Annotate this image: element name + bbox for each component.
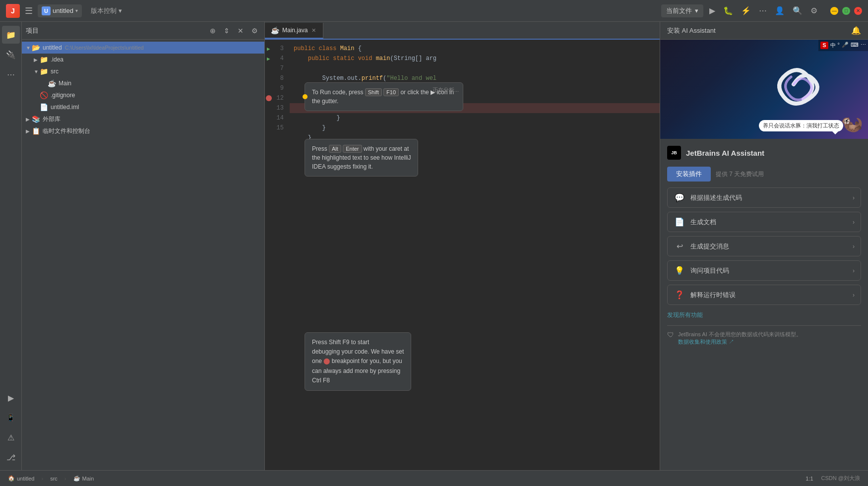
alt-key: Alt [329,145,341,153]
code-line-3: public class Main { [290,44,660,54]
ask-project-icon: 💡 [674,266,685,275]
current-file-run[interactable]: 当前文件 ▾ [661,4,703,17]
close-button[interactable]: ✕ [854,7,862,15]
chevron-right-icon: › [853,292,855,299]
discover-all-link[interactable]: 发现所有功能 [667,311,861,319]
sidebar-item-git[interactable]: ⎇ [2,448,20,466]
project-name-label: untitled [53,7,73,14]
sidebar-item-plugins[interactable]: 🔌 [2,46,20,63]
line-4: ▶ 4 [265,54,290,63]
expand-arrow: ▶ [26,117,32,122]
chevron-right-icon: › [853,219,855,226]
explain-error-icon: ❓ [674,290,685,300]
tree-item-name: untitled [43,44,62,51]
line-12: 12 [265,93,290,103]
tree-item-iml[interactable]: 📄 untitled.iml [22,101,264,113]
generate-commit-feature[interactable]: ↩ 生成提交消息 › [667,236,861,256]
debug-button[interactable]: 🐛 [721,4,735,17]
ai-assistant-panel: 安装 AI Assistant 🔔 养只会说话水豚：演我打工状态 [660,22,868,470]
search-button[interactable]: 🔍 [791,4,805,17]
code-line-4: public static void main(String[] arg [290,54,660,63]
project-icon-status: 🏠 [8,475,15,482]
generate-docs-feature[interactable]: 📄 生成文档 › [667,212,861,232]
ai-panel-title: 安装 AI Assistant [667,26,847,35]
hamburger-menu[interactable]: ☰ [25,5,33,16]
code-line-13: } [290,113,660,123]
window-controls: — □ ✕ [830,7,862,15]
project-name-dropdown[interactable]: U untitled ▾ [38,4,82,17]
chevron-right-icon: › [853,194,855,201]
status-project[interactable]: 🏠 untitled [6,474,36,483]
run-button[interactable]: ▶ [707,4,717,17]
line-numbers: ▶ 3 ▶ 4 7 8 9 12 13 14 1 [265,40,290,470]
status-main[interactable]: ☕ Main [71,474,96,483]
explain-error-feature[interactable]: ❓ 解释运行时错误 › [667,285,861,305]
project-tree: ▼ 📂 untitled C:\Users\lxl\IdeaProjects\u… [22,40,264,470]
expand-arrow: ▶ [26,128,32,134]
expand-arrow: ▼ [26,45,32,51]
run-gutter-icon[interactable]: ▶ [267,56,270,62]
line-8: 8 [265,73,290,83]
sidebar-item-project[interactable]: 📁 [2,26,20,44]
yellow-dot-indicator [303,94,308,99]
ai-product-name: JetBrains AI Assistant [686,149,764,157]
code-editor[interactable]: ▶ 3 ▶ 4 7 8 9 12 13 14 1 [265,40,660,470]
tree-item-main[interactable]: ☕ Main [22,77,264,89]
project-panel: 项目 ⊕ ⇕ ✕ ⚙ ▼ 📂 untitled C:\Users\lxl\Ide… [22,22,265,470]
analyzing-label: 正在分析... [433,86,459,94]
ai-banner: 养只会说话水豚：演我打工状态 🦦 S 中 ° 🎤 ⌨ ⋯ [660,40,868,139]
settings-button[interactable]: ⚙ [808,4,819,17]
line-9: 9 [265,83,290,93]
tab-main-java[interactable]: ☕ Main.java ✕ [265,23,323,39]
locate-file-button[interactable]: ⊕ [207,25,219,37]
version-control-dropdown[interactable]: 版本控制 ▾ [87,4,126,17]
run-gutter-icon[interactable]: ▶ [267,46,270,52]
sidebar-item-more[interactable]: ⋯ [2,65,20,83]
expand-arrow: ▶ [34,57,40,62]
ask-project-label: 询问项目代码 [690,266,848,275]
tree-item-idea[interactable]: ▶ 📁 .idea [22,54,264,65]
spiral-logo [759,50,828,119]
ask-project-feature[interactable]: 💡 询问项目代码 › [667,260,861,281]
install-plugin-button[interactable]: 安装插件 [667,167,711,182]
tree-item-gitignore[interactable]: 🚫 .gitignore [22,89,264,101]
collapse-all-button[interactable]: ⇕ [221,25,233,37]
profiler-button[interactable]: ⚡ [739,4,753,17]
sidebar-item-run[interactable]: ▶ [2,389,20,407]
chevron-right-icon: › [853,267,855,274]
src-folder-icon: 📁 [40,67,49,75]
libs-icon: 📚 [32,115,41,123]
minimize-button[interactable]: — [830,7,838,15]
jetbrains-logo: JB [667,146,681,160]
code-line-7 [290,63,660,73]
tree-item-name: .gitignore [51,92,75,99]
ai-disclaimer: 🛡 JetBrains AI 不会使用您的数据或代码来训练模型。 数据收集和使用… [667,325,861,348]
close-tab-button[interactable]: ✕ [310,26,317,35]
generate-code-feature[interactable]: 💬 根据描述生成代码 › [667,187,861,208]
maximize-button[interactable]: □ [842,7,850,15]
status-src[interactable]: src [48,475,60,483]
line-15: 15 [265,123,290,133]
tree-item-temp[interactable]: ▶ 📋 临时文件和控制台 [22,125,264,137]
folder-icon: 📂 [32,44,41,52]
status-position[interactable]: 1:1 [804,475,815,483]
temp-icon: 📋 [32,127,41,135]
sidebar-item-device[interactable]: 📱 [2,409,20,426]
sidebar-item-problems[interactable]: ⚠ [2,428,20,446]
more-button[interactable]: ⋯ [757,4,769,17]
gitignore-icon: 🚫 [40,91,49,99]
generate-commit-icon: ↩ [674,242,685,251]
tree-item-untitled-root[interactable]: ▼ 📂 untitled C:\Users\lxl\IdeaProjects\u… [22,42,264,54]
account-button[interactable]: 👤 [773,4,787,17]
close-panel-button[interactable]: ✕ [235,25,247,37]
tree-item-src[interactable]: ▼ 📁 src [22,65,264,77]
tab-label: Main.java [282,27,308,34]
free-trial-label: 提供 7 天免费试用 [716,170,764,179]
ime-indicator: S 中 ° 🎤 ⌨ ⋯ [818,40,868,51]
tree-item-external-libs[interactable]: ▶ 📚 外部库 [22,113,264,125]
notification-bell-icon[interactable]: 🔔 [851,26,861,35]
ctrl-key: Ctrl [312,377,321,384]
policy-link[interactable]: 数据收集和使用政策 ↗ [678,339,734,345]
ai-action-row: 安装插件 提供 7 天免费试用 [667,167,861,182]
gear-panel-button[interactable]: ⚙ [248,25,260,37]
